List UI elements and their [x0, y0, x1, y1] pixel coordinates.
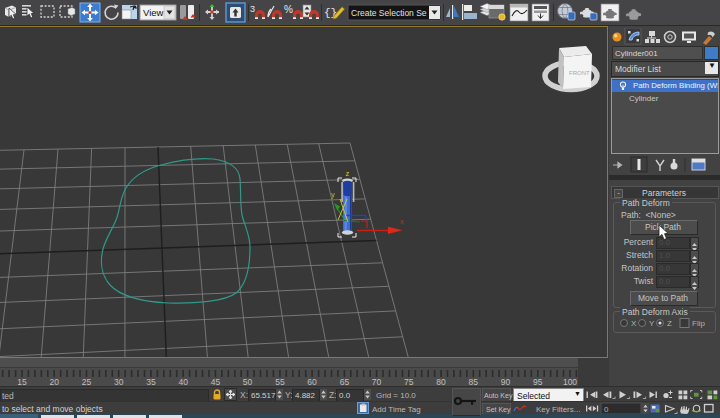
svg-text:20: 20	[49, 377, 59, 387]
svg-text:40: 40	[178, 377, 188, 387]
svg-text:x: x	[400, 218, 404, 225]
svg-text:60: 60	[307, 377, 317, 387]
svg-text:95: 95	[533, 377, 543, 387]
svg-text:50: 50	[243, 377, 253, 387]
svg-text:15: 15	[17, 377, 27, 387]
svg-text:25: 25	[82, 377, 92, 387]
svg-text:3: 3	[250, 4, 255, 14]
svg-text:70: 70	[372, 377, 382, 387]
svg-text:45: 45	[211, 377, 221, 387]
svg-text:0: 0	[604, 405, 609, 414]
svg-text:55: 55	[275, 377, 285, 387]
svg-text:FRONT: FRONT	[569, 70, 590, 76]
svg-text:65: 65	[340, 377, 350, 387]
svg-text:30: 30	[114, 377, 124, 387]
svg-text:80: 80	[436, 377, 446, 387]
svg-text:%: %	[284, 4, 293, 15]
svg-text:Create Selection Se: Create Selection Se	[351, 8, 427, 18]
svg-text:90: 90	[501, 377, 511, 387]
svg-text:z: z	[346, 169, 350, 178]
svg-text:X: X	[631, 319, 637, 328]
svg-text:View: View	[143, 7, 164, 18]
svg-text:Flip: Flip	[692, 319, 705, 328]
svg-text:35: 35	[146, 377, 156, 387]
svg-text:y: y	[331, 190, 335, 199]
svg-text:Y: Y	[649, 319, 655, 328]
svg-text:Z: Z	[667, 319, 672, 328]
svg-text:85: 85	[469, 377, 479, 387]
svg-text:100: 100	[563, 377, 577, 387]
svg-text:75: 75	[404, 377, 414, 387]
